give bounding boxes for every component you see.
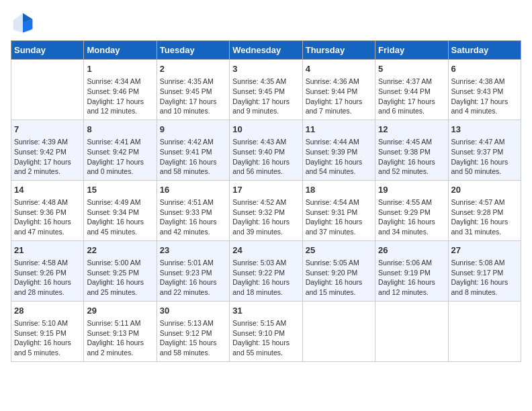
week-row-3: 14Sunrise: 4:48 AM Sunset: 9:36 PM Dayli… [11, 180, 521, 240]
cell-content: Sunrise: 4:58 AM Sunset: 9:26 PM Dayligh… [14, 258, 81, 298]
cell-content: Sunrise: 4:55 AM Sunset: 9:29 PM Dayligh… [378, 197, 445, 237]
day-number: 14 [14, 184, 81, 196]
cell-content: Sunrise: 5:15 AM Sunset: 9:10 PM Dayligh… [232, 318, 299, 358]
calendar-cell: 8Sunrise: 4:41 AM Sunset: 9:42 PM Daylig… [84, 120, 157, 180]
day-number: 16 [160, 184, 226, 196]
week-row-2: 7Sunrise: 4:39 AM Sunset: 9:42 PM Daylig… [11, 120, 521, 180]
calendar-cell [302, 301, 375, 361]
cell-content: Sunrise: 4:52 AM Sunset: 9:32 PM Dayligh… [232, 197, 299, 237]
cell-content: Sunrise: 4:54 AM Sunset: 9:31 PM Dayligh… [306, 197, 372, 237]
day-number: 28 [14, 305, 81, 317]
calendar-table: SundayMondayTuesdayWednesdayThursdayFrid… [11, 40, 521, 362]
cell-content: Sunrise: 5:01 AM Sunset: 9:23 PM Dayligh… [160, 258, 226, 298]
cell-content: Sunrise: 5:00 AM Sunset: 9:25 PM Dayligh… [87, 258, 153, 298]
calendar-cell [448, 301, 521, 361]
day-number: 5 [378, 63, 445, 75]
cell-content: Sunrise: 4:49 AM Sunset: 9:34 PM Dayligh… [87, 197, 153, 237]
logo-icon [11, 11, 35, 35]
calendar-cell: 9Sunrise: 4:42 AM Sunset: 9:41 PM Daylig… [157, 120, 229, 180]
page-wrapper: SundayMondayTuesdayWednesdayThursdayFrid… [11, 11, 521, 362]
cell-content: Sunrise: 5:11 AM Sunset: 9:13 PM Dayligh… [87, 318, 153, 358]
cell-content: Sunrise: 4:44 AM Sunset: 9:39 PM Dayligh… [306, 137, 372, 177]
calendar-cell: 12Sunrise: 4:45 AM Sunset: 9:38 PM Dayli… [375, 120, 448, 180]
col-header-friday: Friday [375, 41, 448, 60]
cell-content: Sunrise: 4:45 AM Sunset: 9:38 PM Dayligh… [378, 137, 445, 177]
calendar-cell: 17Sunrise: 4:52 AM Sunset: 9:32 PM Dayli… [230, 180, 302, 240]
day-number: 17 [232, 184, 299, 196]
cell-content: Sunrise: 4:38 AM Sunset: 9:43 PM Dayligh… [451, 77, 518, 116]
calendar-cell: 30Sunrise: 5:13 AM Sunset: 9:12 PM Dayli… [157, 301, 229, 361]
day-number: 23 [160, 244, 226, 257]
calendar-cell: 24Sunrise: 5:03 AM Sunset: 9:22 PM Dayli… [230, 240, 302, 301]
cell-content: Sunrise: 5:08 AM Sunset: 9:17 PM Dayligh… [451, 258, 518, 298]
page-header [11, 11, 521, 35]
day-number: 12 [378, 124, 445, 136]
day-number: 22 [87, 244, 153, 257]
day-number: 21 [14, 244, 81, 257]
logo [11, 11, 38, 35]
day-number: 7 [14, 124, 81, 136]
day-number: 9 [160, 124, 226, 136]
calendar-cell: 1Sunrise: 4:34 AM Sunset: 9:46 PM Daylig… [84, 60, 157, 120]
day-number: 10 [232, 124, 299, 136]
cell-content: Sunrise: 5:06 AM Sunset: 9:19 PM Dayligh… [378, 258, 445, 298]
cell-content: Sunrise: 4:37 AM Sunset: 9:44 PM Dayligh… [378, 77, 445, 116]
calendar-cell: 10Sunrise: 4:43 AM Sunset: 9:40 PM Dayli… [230, 120, 302, 180]
calendar-cell: 3Sunrise: 4:35 AM Sunset: 9:45 PM Daylig… [230, 60, 302, 120]
calendar-cell: 18Sunrise: 4:54 AM Sunset: 9:31 PM Dayli… [302, 180, 375, 240]
col-header-wednesday: Wednesday [230, 41, 302, 60]
col-header-monday: Monday [84, 41, 157, 60]
calendar-cell [375, 301, 448, 361]
week-row-1: 1Sunrise: 4:34 AM Sunset: 9:46 PM Daylig… [11, 60, 521, 120]
calendar-cell: 4Sunrise: 4:36 AM Sunset: 9:44 PM Daylig… [302, 60, 375, 120]
day-number: 27 [451, 244, 518, 257]
cell-content: Sunrise: 4:57 AM Sunset: 9:28 PM Dayligh… [451, 197, 518, 237]
day-number: 2 [160, 63, 226, 75]
calendar-cell: 20Sunrise: 4:57 AM Sunset: 9:28 PM Dayli… [448, 180, 521, 240]
calendar-cell: 6Sunrise: 4:38 AM Sunset: 9:43 PM Daylig… [448, 60, 521, 120]
calendar-cell: 14Sunrise: 4:48 AM Sunset: 9:36 PM Dayli… [11, 180, 84, 240]
calendar-cell: 29Sunrise: 5:11 AM Sunset: 9:13 PM Dayli… [84, 301, 157, 361]
calendar-cell: 25Sunrise: 5:05 AM Sunset: 9:20 PM Dayli… [302, 240, 375, 301]
cell-content: Sunrise: 4:42 AM Sunset: 9:41 PM Dayligh… [160, 137, 226, 177]
calendar-cell: 22Sunrise: 5:00 AM Sunset: 9:25 PM Dayli… [84, 240, 157, 301]
calendar-cell: 7Sunrise: 4:39 AM Sunset: 9:42 PM Daylig… [11, 120, 84, 180]
day-number: 31 [232, 305, 299, 317]
calendar-cell: 27Sunrise: 5:08 AM Sunset: 9:17 PM Dayli… [448, 240, 521, 301]
day-number: 11 [306, 124, 372, 136]
day-number: 26 [378, 244, 445, 257]
cell-content: Sunrise: 4:34 AM Sunset: 9:46 PM Dayligh… [87, 77, 153, 116]
cell-content: Sunrise: 4:48 AM Sunset: 9:36 PM Dayligh… [14, 197, 81, 237]
calendar-cell: 5Sunrise: 4:37 AM Sunset: 9:44 PM Daylig… [375, 60, 448, 120]
cell-content: Sunrise: 4:36 AM Sunset: 9:44 PM Dayligh… [306, 77, 372, 116]
header-row: SundayMondayTuesdayWednesdayThursdayFrid… [11, 41, 521, 60]
cell-content: Sunrise: 5:05 AM Sunset: 9:20 PM Dayligh… [306, 258, 372, 298]
day-number: 18 [306, 184, 372, 196]
week-row-4: 21Sunrise: 4:58 AM Sunset: 9:26 PM Dayli… [11, 240, 521, 301]
day-number: 4 [306, 63, 372, 75]
col-header-thursday: Thursday [302, 41, 375, 60]
day-number: 13 [451, 124, 518, 136]
day-number: 3 [232, 63, 299, 75]
day-number: 15 [87, 184, 153, 196]
cell-content: Sunrise: 4:41 AM Sunset: 9:42 PM Dayligh… [87, 137, 153, 177]
week-row-5: 28Sunrise: 5:10 AM Sunset: 9:15 PM Dayli… [11, 301, 521, 361]
day-number: 8 [87, 124, 153, 136]
day-number: 20 [451, 184, 518, 196]
calendar-cell: 23Sunrise: 5:01 AM Sunset: 9:23 PM Dayli… [157, 240, 229, 301]
col-header-tuesday: Tuesday [157, 41, 229, 60]
day-number: 24 [232, 244, 299, 257]
calendar-cell: 2Sunrise: 4:35 AM Sunset: 9:45 PM Daylig… [157, 60, 229, 120]
cell-content: Sunrise: 4:35 AM Sunset: 9:45 PM Dayligh… [160, 77, 226, 116]
calendar-cell [11, 60, 84, 120]
calendar-cell: 16Sunrise: 4:51 AM Sunset: 9:33 PM Dayli… [157, 180, 229, 240]
day-number: 1 [87, 63, 153, 75]
day-number: 19 [378, 184, 445, 196]
day-number: 25 [306, 244, 372, 257]
cell-content: Sunrise: 4:51 AM Sunset: 9:33 PM Dayligh… [160, 197, 226, 237]
cell-content: Sunrise: 4:35 AM Sunset: 9:45 PM Dayligh… [232, 77, 299, 116]
cell-content: Sunrise: 4:43 AM Sunset: 9:40 PM Dayligh… [232, 137, 299, 177]
cell-content: Sunrise: 5:13 AM Sunset: 9:12 PM Dayligh… [160, 318, 226, 358]
cell-content: Sunrise: 4:47 AM Sunset: 9:37 PM Dayligh… [451, 137, 518, 177]
cell-content: Sunrise: 5:10 AM Sunset: 9:15 PM Dayligh… [14, 318, 81, 358]
